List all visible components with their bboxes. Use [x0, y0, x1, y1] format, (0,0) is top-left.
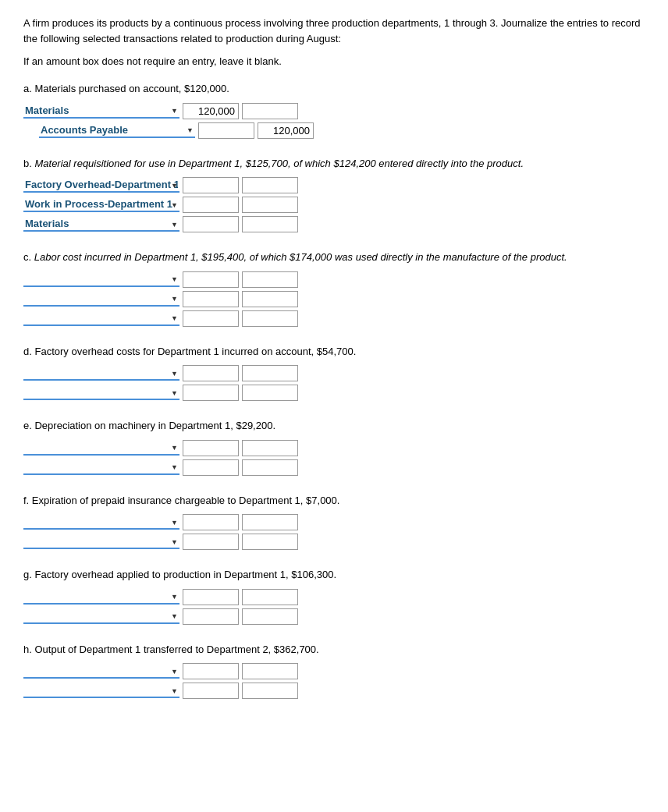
debit-input-f2[interactable]: [183, 534, 239, 550]
section-b-label: b. Material requisitioned for use in Dep…: [23, 156, 645, 172]
blank-select-wrapper-h2[interactable]: [23, 683, 179, 698]
account-select-wrapper-a2[interactable]: Accounts Payable: [39, 123, 195, 138]
section-g: g. Factory overhead applied to productio…: [23, 567, 645, 625]
blank-select-h1[interactable]: [23, 664, 179, 679]
debit-input-c1[interactable]: [183, 271, 239, 288]
intro-line2: the following selected transactions rela…: [23, 33, 341, 44]
section-h-row-2: [23, 683, 645, 699]
debit-input-d1[interactable]: [183, 365, 239, 381]
credit-input-c1[interactable]: [242, 271, 298, 288]
section-c-label: c. Labor cost incurred in Department 1, …: [23, 250, 645, 265]
debit-input-c3[interactable]: [183, 310, 239, 327]
credit-input-c3[interactable]: [242, 310, 298, 327]
section-g-row-1: [23, 589, 645, 605]
blank-select-g2[interactable]: [23, 609, 179, 624]
section-h: h. Output of Department 1 transferred to…: [23, 642, 645, 700]
blank-select-wrapper-e2[interactable]: [23, 460, 179, 475]
credit-input-g1[interactable]: [242, 589, 298, 605]
blank-select-e2[interactable]: [23, 460, 179, 475]
blank-select-d1[interactable]: [23, 366, 179, 381]
debit-input-e2[interactable]: [183, 459, 239, 476]
section-a-label: a. Materials purchased on account, $120,…: [23, 81, 645, 97]
account-select-wrapper-b2[interactable]: Work in Process-Department 1: [23, 197, 179, 212]
section-a-row-2: Accounts Payable 120,000: [39, 122, 645, 139]
section-d: d. Factory overhead costs for Department…: [23, 344, 645, 402]
section-e: e. Depreciation on machinery in Departme…: [23, 418, 645, 476]
section-e-row-1: [23, 440, 645, 456]
credit-input-f1[interactable]: [242, 514, 298, 530]
debit-input-h2[interactable]: [183, 683, 239, 699]
section-g-label: g. Factory overhead applied to productio…: [23, 567, 645, 583]
blank-select-wrapper-g1[interactable]: [23, 590, 179, 605]
section-c-row-1: [23, 271, 645, 288]
credit-input-d1[interactable]: [242, 365, 298, 381]
blank-select-h2[interactable]: [23, 683, 179, 698]
blank-select-e1[interactable]: [23, 441, 179, 456]
blank-select-c3[interactable]: [23, 311, 179, 326]
account-select-b1[interactable]: Factory Overhead-Department 1: [23, 178, 179, 193]
section-e-row-2: [23, 459, 645, 476]
account-select-wrapper-b1[interactable]: Factory Overhead-Department 1: [23, 178, 179, 193]
debit-input-b3[interactable]: [183, 216, 239, 232]
debit-input-b1[interactable]: [183, 177, 239, 193]
section-a-row-1: Materials 120,000: [23, 103, 645, 119]
credit-input-e2[interactable]: [242, 459, 298, 476]
credit-input-g2[interactable]: [242, 608, 298, 625]
credit-input-d2[interactable]: [242, 385, 298, 401]
blank-select-wrapper-c3[interactable]: [23, 311, 179, 326]
blank-select-f2[interactable]: [23, 534, 179, 549]
blank-select-f1[interactable]: [23, 515, 179, 530]
debit-input-d2[interactable]: [183, 385, 239, 401]
account-select-wrapper-b3[interactable]: Materials: [23, 217, 179, 232]
credit-input-b3[interactable]: [242, 216, 298, 232]
debit-input-e1[interactable]: [183, 440, 239, 456]
blank-select-wrapper-h1[interactable]: [23, 664, 179, 679]
credit-input-a1[interactable]: [242, 103, 298, 119]
blank-select-wrapper-g2[interactable]: [23, 609, 179, 624]
credit-input-b1[interactable]: [242, 177, 298, 193]
account-select-b3[interactable]: Materials: [23, 217, 179, 232]
blank-select-d2[interactable]: [23, 385, 179, 400]
debit-input-g2[interactable]: [183, 608, 239, 625]
blank-select-wrapper-d1[interactable]: [23, 366, 179, 381]
section-c-row-3: [23, 310, 645, 327]
debit-input-c2[interactable]: [183, 291, 239, 307]
blank-select-wrapper-c2[interactable]: [23, 292, 179, 307]
account-select-a1[interactable]: Materials: [23, 104, 179, 119]
debit-input-a2[interactable]: [198, 122, 254, 139]
intro-paragraph: A firm produces its products by a contin…: [23, 16, 645, 46]
debit-input-b2[interactable]: [183, 197, 239, 213]
account-select-wrapper-a1[interactable]: Materials: [23, 104, 179, 119]
section-g-row-2: [23, 608, 645, 625]
account-select-a2[interactable]: Accounts Payable: [39, 123, 195, 138]
section-d-label: d. Factory overhead costs for Department…: [23, 344, 645, 360]
credit-input-c2[interactable]: [242, 291, 298, 307]
debit-value-a1: 120,000: [183, 103, 239, 119]
section-b-row-1: Factory Overhead-Department 1: [23, 177, 645, 193]
section-h-row-1: [23, 663, 645, 679]
section-e-label: e. Depreciation on machinery in Departme…: [23, 418, 645, 434]
section-f-label: f. Expiration of prepaid insurance charg…: [23, 493, 645, 509]
blank-select-wrapper-c1[interactable]: [23, 272, 179, 287]
blank-select-wrapper-f1[interactable]: [23, 515, 179, 530]
blank-select-c2[interactable]: [23, 292, 179, 307]
section-d-row-1: [23, 365, 645, 381]
debit-input-g1[interactable]: [183, 589, 239, 605]
section-a: a. Materials purchased on account, $120,…: [23, 81, 645, 139]
blank-select-wrapper-d2[interactable]: [23, 385, 179, 400]
credit-input-b2[interactable]: [242, 197, 298, 213]
credit-value-a2: 120,000: [258, 122, 314, 139]
blank-select-wrapper-e1[interactable]: [23, 441, 179, 456]
debit-input-h1[interactable]: [183, 663, 239, 679]
credit-input-e1[interactable]: [242, 440, 298, 456]
section-f-row-2: [23, 534, 645, 550]
section-d-row-2: [23, 385, 645, 401]
credit-input-h1[interactable]: [242, 663, 298, 679]
blank-select-g1[interactable]: [23, 590, 179, 605]
credit-input-f2[interactable]: [242, 534, 298, 550]
blank-select-wrapper-f2[interactable]: [23, 534, 179, 549]
blank-select-c1[interactable]: [23, 272, 179, 287]
debit-input-f1[interactable]: [183, 514, 239, 530]
account-select-b2[interactable]: Work in Process-Department 1: [23, 197, 179, 212]
credit-input-h2[interactable]: [242, 683, 298, 699]
